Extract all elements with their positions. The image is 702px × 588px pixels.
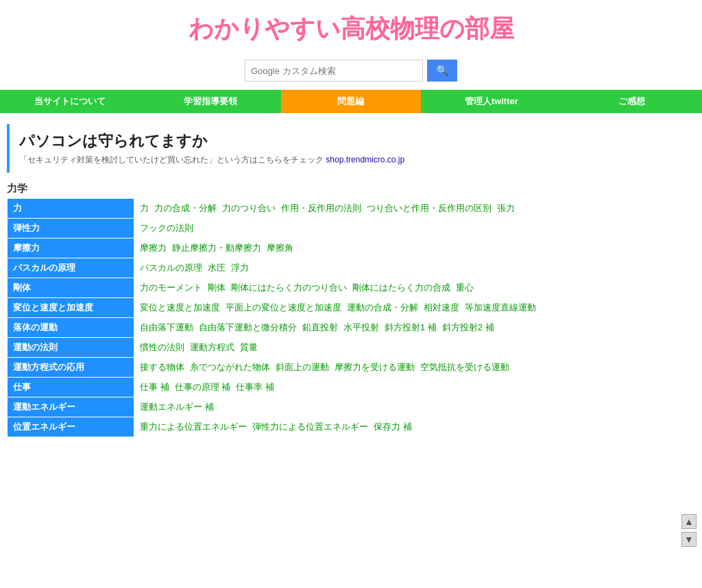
table-row: 位置エネルギー重力による位置エネルギー弾性力による位置エネルギー保存力 補 bbox=[8, 417, 695, 437]
topic-link[interactable]: フックの法則 bbox=[140, 223, 193, 233]
topic-label: 位置エネルギー bbox=[8, 417, 134, 437]
topic-links: 摩擦力静止摩擦力・動摩擦力摩擦角 bbox=[134, 238, 695, 258]
topic-links: パスカルの原理水圧浮力 bbox=[134, 258, 695, 278]
topic-links: フックの法則 bbox=[134, 219, 695, 238]
nav-item-問題編[interactable]: 問題編 bbox=[281, 90, 422, 113]
table-row: 弾性力フックの法則 bbox=[8, 219, 695, 238]
topic-link[interactable]: 張力 bbox=[497, 203, 515, 213]
topic-link[interactable]: 自由落下運動と微分積分 bbox=[199, 322, 297, 332]
topic-link[interactable]: 作用・反作用の法則 bbox=[281, 203, 361, 213]
topic-link[interactable]: 変位と速度と加速度 bbox=[140, 302, 220, 313]
topic-link[interactable]: 剛体にはたらく力の合成 bbox=[352, 282, 450, 293]
topic-link[interactable]: 水圧 bbox=[208, 262, 226, 273]
ad-subtitle: 「セキュリティ対策を検討していたけど買い忘れた」という方はこちらをチェック sh… bbox=[19, 154, 686, 166]
topic-label: 運動方程式の応用 bbox=[8, 358, 134, 378]
topic-links: 運動エネルギー 補 bbox=[134, 397, 695, 417]
ad-title: パソコンは守られてますか bbox=[19, 131, 686, 151]
search-button[interactable]: 🔍 bbox=[427, 60, 457, 82]
topic-link[interactable]: 重力による位置エネルギー bbox=[140, 421, 247, 432]
table-row: 運動エネルギー運動エネルギー 補 bbox=[8, 397, 695, 417]
topic-link[interactable]: 等加速度直線運動 bbox=[465, 302, 536, 313]
topic-label: 変位と速度と加速度 bbox=[8, 298, 134, 318]
topic-label: 剛体 bbox=[8, 278, 134, 298]
table-row: 摩擦力摩擦力静止摩擦力・動摩擦力摩擦角 bbox=[8, 238, 695, 258]
topic-link[interactable]: パスカルの原理 bbox=[140, 262, 202, 273]
topic-link[interactable]: 仕事 補 bbox=[140, 382, 169, 392]
nav-item-学習指導要領[interactable]: 学習指導要領 bbox=[141, 90, 281, 113]
topic-links: 変位と速度と加速度平面上の変位と速度と加速度運動の合成・分解相対速度等加速度直線… bbox=[134, 298, 695, 318]
topic-links: 仕事 補仕事の原理 補仕事率 補 bbox=[134, 378, 695, 397]
topic-link[interactable]: 自由落下運動 bbox=[140, 322, 193, 332]
topic-link[interactable]: 摩擦力を受ける運動 bbox=[335, 362, 415, 372]
table-row: 運動方程式の応用接する物体糸でつながれた物体斜面上の運動摩擦力を受ける運動空気抵… bbox=[8, 358, 695, 378]
topic-link[interactable]: 質量 bbox=[240, 342, 258, 352]
topic-link[interactable]: 鉛直投射 bbox=[302, 322, 338, 332]
topic-label: 運動エネルギー bbox=[8, 397, 134, 417]
topic-label: パスカルの原理 bbox=[8, 258, 134, 278]
ad-link[interactable]: shop.trendmicro.co.jp bbox=[326, 155, 404, 164]
topic-link[interactable]: 斜方投射2 補 bbox=[442, 322, 494, 332]
topic-label: 力 bbox=[8, 199, 134, 219]
topic-link[interactable]: 斜方投射1 補 bbox=[385, 322, 437, 332]
table-row: 力力力の合成・分解力のつり合い作用・反作用の法則つり合いと作用・反作用の区別張力 bbox=[8, 199, 695, 219]
topic-label: 落体の運動 bbox=[8, 318, 134, 338]
site-title: わかりやすい高校物理の部屋 bbox=[0, 12, 702, 46]
topic-link[interactable]: 保存力 補 bbox=[374, 421, 412, 432]
topic-links: 自由落下運動自由落下運動と微分積分鉛直投射水平投射斜方投射1 補斜方投射2 補 bbox=[134, 318, 695, 338]
topic-link[interactable]: 相対速度 bbox=[424, 302, 459, 313]
search-input[interactable] bbox=[245, 60, 423, 82]
topic-link[interactable]: 摩擦力 bbox=[140, 243, 167, 253]
mechanics-heading: 力学 bbox=[7, 182, 695, 195]
table-row: 仕事仕事 補仕事の原理 補仕事率 補 bbox=[8, 378, 695, 397]
topics-table: 力力力の合成・分解力のつり合い作用・反作用の法則つり合いと作用・反作用の区別張力… bbox=[7, 198, 695, 437]
topic-link[interactable]: 斜面上の運動 bbox=[276, 362, 329, 372]
ad-banner: パソコンは守られてますか 「セキュリティ対策を検討していたけど買い忘れた」という… bbox=[7, 124, 695, 173]
topic-link[interactable]: 重心 bbox=[456, 282, 474, 293]
topic-link[interactable]: 弾性力による位置エネルギー bbox=[252, 421, 368, 432]
topic-link[interactable]: 慣性の法則 bbox=[140, 342, 184, 352]
topic-link[interactable]: 仕事率 補 bbox=[236, 382, 274, 392]
topic-link[interactable]: 運動エネルギー 補 bbox=[140, 402, 214, 412]
topic-links: 力力の合成・分解力のつり合い作用・反作用の法則つり合いと作用・反作用の区別張力 bbox=[134, 199, 695, 219]
topic-link[interactable]: 糸でつながれた物体 bbox=[190, 362, 270, 372]
topic-link[interactable]: 平面上の変位と速度と加速度 bbox=[226, 302, 341, 313]
topic-link[interactable]: 静止摩擦力・動摩擦力 bbox=[172, 243, 261, 253]
nav-item-当サイトについて[interactable]: 当サイトについて bbox=[0, 90, 141, 113]
topic-label: 運動の法則 bbox=[8, 338, 134, 358]
topic-link[interactable]: 仕事の原理 補 bbox=[175, 382, 231, 392]
topic-link[interactable]: 浮力 bbox=[231, 262, 249, 273]
table-row: 運動の法則慣性の法則運動方程式質量 bbox=[8, 338, 695, 358]
nav-bar: 当サイトについて学習指導要領問題編管理人twitterご感想 bbox=[0, 90, 702, 113]
nav-item-ご感想[interactable]: ご感想 bbox=[561, 90, 702, 113]
nav-item-管理人twitter[interactable]: 管理人twitter bbox=[421, 90, 561, 113]
topic-link[interactable]: 力の合成・分解 bbox=[154, 203, 217, 213]
topic-link[interactable]: 摩擦角 bbox=[267, 243, 293, 253]
table-row: 変位と速度と加速度変位と速度と加速度平面上の変位と速度と加速度運動の合成・分解相… bbox=[8, 298, 695, 318]
topic-link[interactable]: 接する物体 bbox=[140, 362, 184, 372]
topic-links: 接する物体糸でつながれた物体斜面上の運動摩擦力を受ける運動空気抵抗を受ける運動 bbox=[134, 358, 695, 378]
topic-links: 重力による位置エネルギー弾性力による位置エネルギー保存力 補 bbox=[134, 417, 695, 437]
topic-link[interactable]: 力のモーメント bbox=[140, 282, 202, 293]
topic-label: 仕事 bbox=[8, 378, 134, 397]
topic-label: 弾性力 bbox=[8, 219, 134, 238]
topic-link[interactable]: 運動の合成・分解 bbox=[347, 302, 418, 313]
topic-link[interactable]: つり合いと作用・反作用の区別 bbox=[367, 203, 492, 213]
table-row: 剛体力のモーメント剛体剛体にはたらく力のつり合い剛体にはたらく力の合成重心 bbox=[8, 278, 695, 298]
topic-links: 慣性の法則運動方程式質量 bbox=[134, 338, 695, 358]
topic-link[interactable]: 剛体 bbox=[208, 282, 226, 293]
topic-link[interactable]: 水平投射 bbox=[343, 322, 379, 332]
topic-link[interactable]: 力 bbox=[140, 203, 149, 213]
topic-link[interactable]: 力のつり合い bbox=[222, 203, 276, 213]
topic-label: 摩擦力 bbox=[8, 238, 134, 258]
topic-link[interactable]: 運動方程式 bbox=[190, 342, 234, 352]
topic-link[interactable]: 剛体にはたらく力のつり合い bbox=[231, 282, 347, 293]
topic-link[interactable]: 空気抵抗を受ける運動 bbox=[420, 362, 509, 372]
topic-links: 力のモーメント剛体剛体にはたらく力のつり合い剛体にはたらく力の合成重心 bbox=[134, 278, 695, 298]
table-row: 落体の運動自由落下運動自由落下運動と微分積分鉛直投射水平投射斜方投射1 補斜方投… bbox=[8, 318, 695, 338]
table-row: パスカルの原理パスカルの原理水圧浮力 bbox=[8, 258, 695, 278]
